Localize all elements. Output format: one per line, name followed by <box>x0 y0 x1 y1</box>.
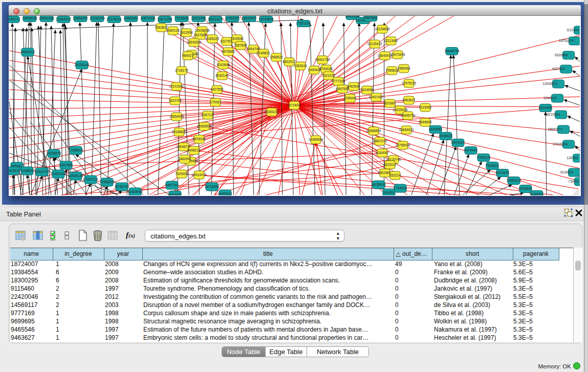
svg-text:16648794: 16648794 <box>445 49 460 53</box>
svg-text:9115460: 9115460 <box>419 105 432 109</box>
svg-text:1362615: 1362615 <box>294 64 307 68</box>
svg-text:15276021: 15276021 <box>107 17 122 21</box>
svg-text:1733426: 1733426 <box>394 186 407 190</box>
svg-text:9134511: 9134511 <box>531 192 543 195</box>
svg-text:12505135: 12505135 <box>69 174 83 178</box>
svg-text:10756928: 10756928 <box>396 143 410 147</box>
svg-text:19166825: 19166825 <box>172 130 187 134</box>
svg-text:9245652: 9245652 <box>519 187 532 190</box>
svg-text:1156829: 1156829 <box>21 169 34 172</box>
svg-text:9427552: 9427552 <box>210 87 224 91</box>
svg-text:1244415: 1244415 <box>543 96 557 100</box>
svg-text:9227342: 9227342 <box>552 67 565 71</box>
svg-text:7485063: 7485063 <box>397 67 410 70</box>
svg-text:8186323: 8186323 <box>206 37 219 40</box>
svg-text:1621022: 1621022 <box>322 74 335 77</box>
svg-text:7663822: 7663822 <box>155 26 168 29</box>
svg-text:18724007: 18724007 <box>287 103 302 107</box>
svg-text:19654955: 19654955 <box>169 115 184 118</box>
svg-text:8938923: 8938923 <box>439 134 452 138</box>
svg-text:6479197: 6479197 <box>451 141 465 144</box>
svg-text:7515546: 7515546 <box>175 16 188 20</box>
svg-text:12213382: 12213382 <box>169 84 184 88</box>
svg-text:9457791: 9457791 <box>165 183 179 187</box>
svg-text:621660: 621660 <box>384 101 396 105</box>
svg-text:2827509: 2827509 <box>193 33 207 37</box>
svg-text:9134520: 9134520 <box>560 170 574 174</box>
svg-text:8030144: 8030144 <box>215 74 229 77</box>
svg-text:252214: 252214 <box>389 173 401 177</box>
svg-text:18807249: 18807249 <box>373 139 387 143</box>
svg-text:13654923: 13654923 <box>399 128 414 132</box>
svg-text:9794028: 9794028 <box>319 67 333 71</box>
svg-text:7632621: 7632621 <box>486 164 499 167</box>
svg-text:5498222: 5498222 <box>187 148 201 152</box>
svg-text:17957215: 17957215 <box>83 178 98 181</box>
svg-text:9777109: 9777109 <box>332 79 345 83</box>
svg-text:2887682: 2887682 <box>364 16 377 19</box>
svg-text:26605025: 26605025 <box>23 16 37 20</box>
svg-text:1990443: 1990443 <box>308 68 321 72</box>
svg-text:20206576: 20206576 <box>47 151 61 155</box>
svg-text:17359924: 17359924 <box>69 148 83 152</box>
svg-text:14914479: 14914479 <box>192 173 207 177</box>
svg-text:10025438: 10025438 <box>393 108 408 112</box>
svg-text:7955812: 7955812 <box>385 69 399 72</box>
svg-text:19211405: 19211405 <box>191 16 206 20</box>
svg-text:21042209: 21042209 <box>90 16 105 20</box>
svg-text:8822017: 8822017 <box>282 60 296 63</box>
svg-text:20691406: 20691406 <box>39 16 54 20</box>
svg-text:7625402: 7625402 <box>175 172 188 176</box>
svg-text:11451944: 11451944 <box>51 172 66 176</box>
svg-text:8093451: 8093451 <box>168 193 182 195</box>
svg-text:2718170: 2718170 <box>175 69 188 72</box>
svg-text:9463627: 9463627 <box>402 98 416 102</box>
svg-text:8471676: 8471676 <box>496 171 509 174</box>
svg-text:8531427: 8531427 <box>209 17 222 21</box>
svg-text:3912954: 3912954 <box>180 31 193 34</box>
svg-text:12975115: 12975115 <box>402 81 417 85</box>
svg-text:3267110: 3267110 <box>202 113 214 117</box>
svg-text:23300217: 23300217 <box>265 110 279 114</box>
svg-text:15751074: 15751074 <box>559 39 574 42</box>
svg-text:989021: 989021 <box>182 54 193 57</box>
svg-text:10973493: 10973493 <box>390 53 405 56</box>
svg-text:8878334: 8878334 <box>192 137 206 141</box>
svg-text:14961758: 14961758 <box>315 58 330 61</box>
svg-text:9397586: 9397586 <box>59 163 73 167</box>
svg-text:3915411: 3915411 <box>9 169 20 172</box>
svg-text:9699695: 9699695 <box>419 120 432 124</box>
svg-text:10654112: 10654112 <box>507 179 521 182</box>
svg-text:8215958: 8215958 <box>539 106 552 110</box>
svg-text:8454749: 8454749 <box>247 47 260 51</box>
svg-text:3960124: 3960124 <box>166 29 180 32</box>
svg-text:10958107: 10958107 <box>100 180 115 184</box>
svg-text:9184067: 9184067 <box>376 151 389 155</box>
svg-text:24055712: 24055712 <box>9 17 20 21</box>
svg-text:16782759: 16782759 <box>115 185 129 188</box>
svg-text:1460991: 1460991 <box>178 157 191 161</box>
svg-text:5675685: 5675685 <box>222 50 235 53</box>
svg-text:1462634: 1462634 <box>347 84 360 88</box>
svg-text:6966160: 6966160 <box>124 16 138 20</box>
svg-text:17016504: 17016504 <box>553 142 568 146</box>
svg-text:9329966: 9329966 <box>555 53 568 57</box>
svg-text:15716485: 15716485 <box>205 185 220 188</box>
svg-text:6497505: 6497505 <box>336 87 349 91</box>
svg-text:12093872: 12093872 <box>542 82 557 85</box>
svg-text:13125419: 13125419 <box>367 42 382 46</box>
svg-text:1112344: 1112344 <box>567 28 579 32</box>
svg-text:126753: 126753 <box>567 156 578 160</box>
svg-text:2935114: 2935114 <box>477 156 490 159</box>
svg-text:9245012: 9245012 <box>219 192 232 195</box>
svg-text:7515546: 7515546 <box>230 37 244 40</box>
svg-text:10671915: 10671915 <box>141 16 156 20</box>
svg-text:734501: 734501 <box>568 180 579 183</box>
svg-text:16619307: 16619307 <box>242 16 257 20</box>
svg-text:2367608: 2367608 <box>234 43 247 47</box>
svg-text:2036441: 2036441 <box>343 96 357 100</box>
svg-text:26053346: 26053346 <box>75 63 90 67</box>
svg-text:9146821: 9146821 <box>257 51 270 55</box>
svg-text:19384554: 19384554 <box>309 138 323 141</box>
svg-text:26605112: 26605112 <box>20 50 35 54</box>
